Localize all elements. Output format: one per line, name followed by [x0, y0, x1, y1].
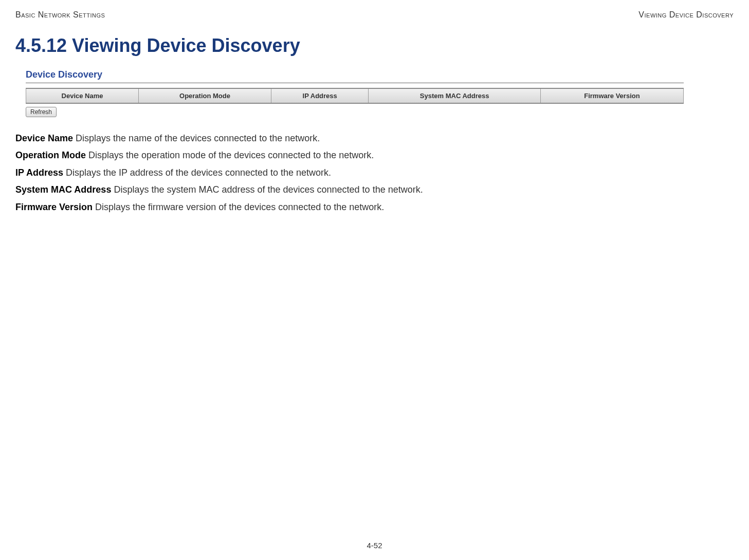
definition-desc: Displays the system MAC address of the d… [111, 184, 423, 195]
definition-term: Operation Mode [15, 150, 86, 160]
definition-term: System MAC Address [15, 184, 111, 195]
header-right: Viewing Device Discovery [638, 10, 734, 20]
col-operation-mode: Operation Mode [139, 88, 271, 103]
definition-desc: Displays the operation mode of the devic… [86, 150, 374, 160]
definition-item: Firmware Version Displays the firmware v… [15, 201, 734, 213]
page-number: 4-52 [367, 541, 382, 550]
page-header: Basic Network Settings Viewing Device Di… [15, 10, 734, 20]
device-discovery-table: Device Name Operation Mode IP Address Sy… [26, 88, 684, 104]
definition-item: System MAC Address Displays the system M… [15, 184, 734, 196]
col-ip-address: IP Address [271, 88, 369, 103]
panel-title: Device Discovery [26, 69, 684, 80]
col-device-name: Device Name [26, 88, 139, 103]
definitions-list: Device Name Displays the name of the dev… [15, 133, 734, 213]
definition-item: Device Name Displays the name of the dev… [15, 133, 734, 144]
definition-desc: Displays the IP address of the devices c… [63, 167, 331, 178]
refresh-button[interactable]: Refresh [26, 107, 57, 117]
table-header-row: Device Name Operation Mode IP Address Sy… [26, 88, 684, 103]
definition-item: Operation Mode Displays the operation mo… [15, 150, 734, 161]
definition-item: IP Address Displays the IP address of th… [15, 167, 734, 179]
col-firmware-version: Firmware Version [540, 88, 683, 103]
definition-term: IP Address [15, 167, 63, 178]
definition-desc: Displays the name of the devices connect… [73, 133, 320, 143]
header-left: Basic Network Settings [15, 10, 105, 20]
panel-underline [26, 82, 684, 84]
device-discovery-panel: Device Discovery Device Name Operation M… [26, 69, 684, 117]
col-system-mac: System MAC Address [369, 88, 540, 103]
section-title: 4.5.12 Viewing Device Discovery [15, 35, 734, 57]
definition-term: Firmware Version [15, 202, 93, 212]
definition-desc: Displays the firmware version of the dev… [93, 202, 384, 212]
definition-term: Device Name [15, 133, 73, 143]
